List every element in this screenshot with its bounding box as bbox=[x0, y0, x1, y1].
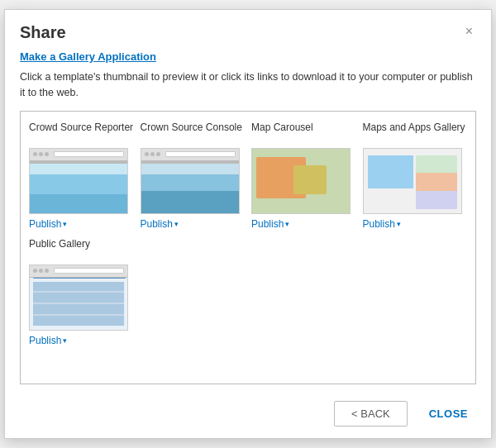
close-icon[interactable]: × bbox=[462, 23, 476, 40]
template-thumb-maps-apps[interactable] bbox=[363, 148, 462, 214]
browser-address-bar bbox=[54, 268, 124, 274]
template-item-crowd-source: Crowd Source Reporter Publish ▾ bbox=[29, 122, 134, 230]
template-label-crown: Crown Source Console bbox=[141, 122, 242, 145]
publish-button-map-carousel[interactable]: Publish ▾ bbox=[251, 218, 289, 230]
gallery-application-link[interactable]: Make a Gallery Application bbox=[20, 50, 476, 63]
publish-label: Publish bbox=[29, 335, 61, 346]
publish-button-crowd[interactable]: Publish ▾ bbox=[29, 218, 67, 230]
browser-dot bbox=[150, 152, 155, 156]
browser-dot bbox=[33, 152, 37, 156]
dialog-header: Share × bbox=[20, 23, 476, 42]
back-button[interactable]: < BACK bbox=[334, 401, 408, 427]
browser-bar bbox=[141, 149, 239, 161]
browser-dot bbox=[39, 269, 43, 273]
template-item-map-carousel: Map Carousel Publish ▾ bbox=[251, 122, 356, 230]
browser-bar bbox=[30, 149, 127, 161]
publish-label: Publish bbox=[363, 218, 395, 230]
browser-address-bar bbox=[54, 151, 124, 157]
browser-address-bar bbox=[165, 151, 236, 157]
template-thumb-map-carousel[interactable] bbox=[251, 148, 351, 214]
dialog-title: Share bbox=[20, 23, 66, 42]
browser-dot bbox=[39, 152, 43, 156]
template-thumb-crowd[interactable] bbox=[29, 148, 128, 214]
template-label-crowd: Crowd Source Reporter bbox=[29, 122, 133, 145]
publish-arrow-icon: ▾ bbox=[63, 220, 67, 228]
close-button[interactable]: CLOSE bbox=[421, 402, 476, 426]
browser-dot bbox=[33, 269, 37, 273]
template-item-crown-source: Crown Source Console Publish ▾ bbox=[141, 122, 246, 230]
publish-button-public[interactable]: Publish ▾ bbox=[29, 335, 67, 346]
template-thumb-public[interactable] bbox=[29, 265, 128, 331]
browser-dot bbox=[145, 152, 149, 156]
template-label-map-carousel: Map Carousel bbox=[251, 122, 313, 145]
template-item-maps-apps: Maps and Apps Gallery Publish ▾ bbox=[363, 122, 468, 230]
templates-container: Crowd Source Reporter Publish ▾ Crown So… bbox=[20, 111, 476, 385]
publish-button-crown[interactable]: Publish ▾ bbox=[141, 218, 179, 230]
publish-arrow-icon: ▾ bbox=[63, 336, 67, 345]
template-label-public: Public Gallery bbox=[29, 238, 90, 261]
browser-bar bbox=[30, 265, 127, 278]
publish-label: Publish bbox=[251, 218, 284, 230]
template-item-public-gallery: Public Gallery Publish ▾ bbox=[29, 238, 134, 346]
share-dialog: Share × Make a Gallery Application Click… bbox=[4, 9, 492, 439]
publish-arrow-icon: ▾ bbox=[397, 220, 401, 228]
template-label-maps-apps: Maps and Apps Gallery bbox=[363, 122, 465, 145]
publish-button-maps-apps[interactable]: Publish ▾ bbox=[363, 218, 401, 230]
publish-arrow-icon: ▾ bbox=[285, 220, 289, 228]
browser-dot bbox=[156, 152, 160, 156]
browser-dot bbox=[45, 152, 49, 156]
dialog-footer: < BACK CLOSE bbox=[20, 396, 476, 427]
publish-label: Publish bbox=[141, 218, 173, 230]
templates-grid: Crowd Source Reporter Publish ▾ Crown So… bbox=[29, 122, 467, 346]
publish-label: Publish bbox=[29, 218, 61, 230]
template-thumb-crown[interactable] bbox=[141, 148, 240, 214]
description-text: Click a template's thumbnail to preview … bbox=[20, 69, 476, 101]
browser-dot bbox=[45, 269, 49, 273]
publish-arrow-icon: ▾ bbox=[174, 220, 179, 228]
